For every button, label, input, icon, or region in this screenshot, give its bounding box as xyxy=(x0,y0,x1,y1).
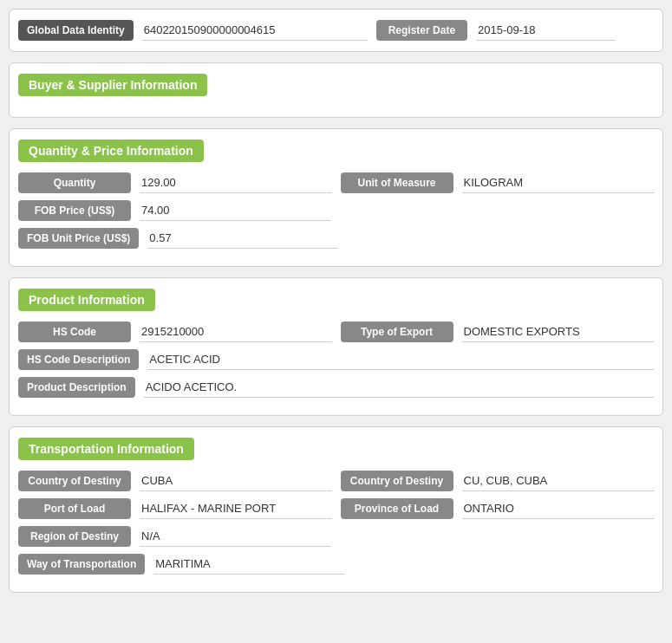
quantity-price-card: Quantity & Price Information Quantity 12… xyxy=(9,128,663,267)
fob-price-value: 74.00 xyxy=(140,200,330,221)
region-of-destiny-label: Region of Destiny xyxy=(18,526,131,547)
port-of-load-label: Port of Load xyxy=(18,498,131,519)
product-description-label: Product Description xyxy=(18,377,135,398)
country-of-destiny2-value: CU, CUB, CUBA xyxy=(462,471,655,491)
country-row: Country of Destiny CUBA Country of Desti… xyxy=(18,471,654,491)
buyer-supplier-card: Buyer & Supplier Information xyxy=(9,62,663,118)
province-of-load-value: ONTARIO xyxy=(462,498,655,519)
global-data-identity-value: 640220150900000004615 xyxy=(142,20,368,41)
hs-code-description-label: HS Code Description xyxy=(18,349,139,370)
port-of-load-group: Port of Load HALIFAX - MARINE PORT xyxy=(18,498,332,519)
port-of-load-value: HALIFAX - MARINE PORT xyxy=(140,498,332,519)
product-description-row: Product Description ACIDO ACETICO. xyxy=(18,377,654,398)
fob-unit-price-label: FOB Unit Price (US$) xyxy=(18,228,139,249)
way-of-transportation-value: MARITIMA xyxy=(153,554,344,575)
product-card: Product Information HS Code 2915210000 T… xyxy=(9,277,663,416)
unit-of-measure-group: Unit of Measure KILOGRAM xyxy=(341,172,655,193)
buyer-supplier-title: Buyer & Supplier Information xyxy=(18,74,207,96)
country-of-destiny-label: Country of Destiny xyxy=(18,471,131,491)
transportation-card: Transportation Information Country of De… xyxy=(9,426,663,593)
hs-code-description-value: ACETIC ACID xyxy=(147,349,654,370)
country-of-destiny2-label: Country of Destiny xyxy=(341,471,453,491)
header-card: Global Data Identity 6402201509000000046… xyxy=(9,9,663,52)
product-description-value: ACIDO ACETICO. xyxy=(144,377,654,398)
fob-unit-price-value: 0.57 xyxy=(147,228,338,249)
way-of-transportation-row: Way of Transportation MARITIMA xyxy=(18,554,654,575)
type-of-export-value: DOMESTIC EXPORTS xyxy=(462,322,655,342)
province-of-load-label: Province of Load xyxy=(341,498,453,519)
quantity-value: 129.00 xyxy=(140,172,332,193)
unit-of-measure-value: KILOGRAM xyxy=(462,172,655,193)
transportation-title: Transportation Information xyxy=(18,438,194,460)
hs-code-description-row: HS Code Description ACETIC ACID xyxy=(18,349,654,370)
country-of-destiny-group: Country of Destiny CUBA xyxy=(18,471,332,491)
fob-unit-price-row: FOB Unit Price (US$) 0.57 xyxy=(18,228,654,249)
global-data-identity-label: Global Data Identity xyxy=(18,20,134,41)
hs-code-group: HS Code 2915210000 xyxy=(18,322,332,342)
quantity-price-title: Quantity & Price Information xyxy=(18,140,204,162)
region-of-destiny-row: Region of Destiny N/A xyxy=(18,526,654,547)
hs-code-label: HS Code xyxy=(18,322,131,342)
province-of-load-group: Province of Load ONTARIO xyxy=(341,498,655,519)
way-of-transportation-label: Way of Transportation xyxy=(18,554,145,575)
hs-code-type-row: HS Code 2915210000 Type of Export DOMEST… xyxy=(18,322,654,342)
type-of-export-label: Type of Export xyxy=(341,322,453,342)
unit-of-measure-label: Unit of Measure xyxy=(341,172,453,193)
fob-price-row: FOB Price (US$) 74.00 xyxy=(18,200,654,221)
register-date-value: 2015-09-18 xyxy=(476,20,615,41)
register-date-label: Register Date xyxy=(376,20,467,41)
country-of-destiny2-group: Country of Destiny CU, CUB, CUBA xyxy=(341,471,655,491)
country-of-destiny-value: CUBA xyxy=(140,471,332,491)
type-of-export-group: Type of Export DOMESTIC EXPORTS xyxy=(341,322,655,342)
fob-price-label: FOB Price (US$) xyxy=(18,200,131,221)
hs-code-value: 2915210000 xyxy=(140,322,332,342)
port-province-row: Port of Load HALIFAX - MARINE PORT Provi… xyxy=(18,498,654,519)
quantity-group: Quantity 129.00 xyxy=(18,172,332,193)
quantity-label: Quantity xyxy=(18,172,131,193)
region-of-destiny-value: N/A xyxy=(140,526,330,547)
quantity-unit-row: Quantity 129.00 Unit of Measure KILOGRAM xyxy=(18,172,654,193)
product-title: Product Information xyxy=(18,289,155,311)
